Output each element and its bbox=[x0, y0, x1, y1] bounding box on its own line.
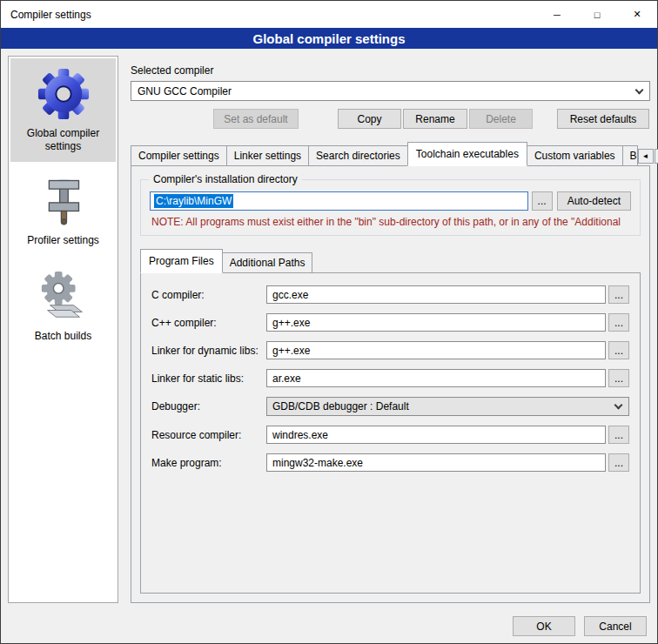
dialog-header: Global compiler settings bbox=[1, 28, 657, 49]
titlebar: Compiler settings ─ □ ✕ bbox=[1, 1, 657, 28]
installation-directory-groupbox: Compiler's installation directory C:\ray… bbox=[140, 179, 641, 236]
debugger-label: Debugger: bbox=[151, 400, 266, 413]
rename-button[interactable]: Rename bbox=[403, 109, 467, 129]
sidebar-item-batch-builds[interactable]: Batch builds bbox=[10, 261, 116, 352]
sidebar-item-label: Global compiler settings bbox=[14, 127, 112, 153]
batch-gear-stack-icon bbox=[37, 270, 91, 324]
copy-button[interactable]: Copy bbox=[338, 109, 401, 129]
maximize-button[interactable]: □ bbox=[577, 1, 617, 28]
resource-compiler-label: Resource compiler: bbox=[151, 429, 266, 441]
compiler-settings-window: Compiler settings ─ □ ✕ Global compiler … bbox=[0, 0, 658, 644]
window-title: Compiler settings bbox=[1, 9, 91, 21]
browse-directory-button[interactable]: ... bbox=[532, 191, 553, 211]
tab-build-options[interactable]: Buil bbox=[622, 145, 638, 166]
browse-dynamic-linker-button[interactable]: ... bbox=[608, 341, 629, 359]
close-icon: ✕ bbox=[633, 9, 641, 20]
profiler-tool-icon bbox=[39, 176, 88, 228]
selected-compiler-value: GNU GCC Compiler bbox=[138, 85, 232, 97]
selected-compiler-label: Selected compiler bbox=[131, 64, 650, 77]
cpp-compiler-input[interactable]: g++.exe bbox=[266, 313, 606, 332]
category-sidebar: Global compiler settings Profiler settin… bbox=[8, 56, 118, 603]
browse-c-compiler-button[interactable]: ... bbox=[608, 285, 629, 304]
cancel-button[interactable]: Cancel bbox=[584, 616, 647, 636]
auto-detect-button[interactable]: Auto-detect bbox=[557, 191, 631, 211]
tab-search-directories[interactable]: Search directories bbox=[308, 145, 408, 166]
c-compiler-input[interactable]: gcc.exe bbox=[266, 285, 606, 304]
debugger-value: GDB/CDB debugger : Default bbox=[272, 400, 409, 413]
installation-directory-input[interactable]: C:\raylib\MinGW bbox=[150, 191, 528, 211]
tab-compiler-settings[interactable]: Compiler settings bbox=[131, 145, 227, 166]
dynamic-linker-input[interactable]: g++.exe bbox=[266, 341, 606, 359]
minimize-button[interactable]: ─ bbox=[537, 1, 577, 28]
field-row: C++ compiler: g++.exe ... bbox=[151, 313, 629, 332]
dynamic-linker-label: Linker for dynamic libs: bbox=[151, 345, 266, 357]
sidebar-item-global-compiler-settings[interactable]: Global compiler settings bbox=[10, 58, 116, 162]
program-files-panel: C compiler: gcc.exe ... C++ compiler: g+… bbox=[140, 272, 641, 594]
tab-scroll-arrows: ◄ ► bbox=[637, 149, 658, 166]
field-row: C compiler: gcc.exe ... bbox=[151, 285, 629, 304]
tab-scroll-right-icon[interactable]: ► bbox=[655, 149, 658, 164]
debugger-select[interactable]: GDB/CDB debugger : Default bbox=[266, 397, 629, 416]
delete-button[interactable]: Delete bbox=[469, 109, 533, 129]
installation-directory-row: C:\raylib\MinGW ... Auto-detect bbox=[150, 191, 631, 211]
chevron-down-icon bbox=[628, 82, 649, 100]
selected-path-text: C:\raylib\MinGW bbox=[154, 194, 233, 208]
field-row: Linker for static libs: ar.exe ... bbox=[151, 369, 629, 387]
toolchain-executables-panel: Compiler's installation directory C:\ray… bbox=[131, 165, 650, 603]
sidebar-item-profiler-settings[interactable]: Profiler settings bbox=[10, 167, 116, 256]
close-button[interactable]: ✕ bbox=[617, 1, 657, 28]
tab-scroll-left-icon[interactable]: ◄ bbox=[638, 149, 654, 164]
reset-defaults-button[interactable]: Reset defaults bbox=[557, 109, 649, 129]
programs-tabstrip: Program Files Additional Paths bbox=[140, 249, 649, 273]
browse-resource-compiler-button[interactable]: ... bbox=[608, 426, 629, 444]
ok-button[interactable]: OK bbox=[513, 616, 575, 636]
sidebar-item-label: Profiler settings bbox=[27, 234, 99, 247]
maximize-icon: □ bbox=[594, 10, 601, 20]
browse-static-linker-button[interactable]: ... bbox=[608, 369, 629, 387]
field-row: Make program: mingw32-make.exe ... bbox=[151, 453, 629, 472]
static-linker-label: Linker for static libs: bbox=[151, 372, 266, 385]
tab-linker-settings[interactable]: Linker settings bbox=[226, 145, 309, 166]
field-row: Debugger: GDB/CDB debugger : Default bbox=[151, 397, 629, 416]
field-row: Resource compiler: windres.exe ... bbox=[151, 426, 629, 444]
static-linker-input[interactable]: ar.exe bbox=[266, 369, 606, 387]
make-program-input[interactable]: mingw32-make.exe bbox=[266, 453, 606, 472]
compiler-action-buttons: Set as default Copy Rename Delete Reset … bbox=[131, 109, 650, 129]
set-as-default-button[interactable]: Set as default bbox=[213, 109, 299, 129]
resource-compiler-input[interactable]: windres.exe bbox=[266, 426, 606, 444]
blue-gear-icon bbox=[37, 67, 91, 121]
c-compiler-label: C compiler: bbox=[151, 289, 266, 301]
field-row: Linker for dynamic libs: g++.exe ... bbox=[151, 341, 629, 359]
browse-make-program-button[interactable]: ... bbox=[608, 453, 629, 472]
note-text: NOTE: All programs must exist either in … bbox=[151, 216, 631, 228]
cpp-compiler-label: C++ compiler: bbox=[151, 317, 266, 329]
tab-custom-variables[interactable]: Custom variables bbox=[527, 145, 623, 166]
dialog-footer: OK Cancel bbox=[1, 610, 657, 643]
tab-additional-paths[interactable]: Additional Paths bbox=[222, 252, 313, 273]
make-program-label: Make program: bbox=[151, 457, 266, 469]
chevron-down-icon bbox=[608, 398, 628, 415]
tab-toolchain-executables[interactable]: Toolchain executables bbox=[407, 142, 527, 166]
selected-compiler-combobox[interactable]: GNU GCC Compiler bbox=[131, 81, 650, 101]
browse-cpp-compiler-button[interactable]: ... bbox=[608, 313, 629, 332]
sidebar-item-label: Batch builds bbox=[35, 330, 91, 343]
window-controls: ─ □ ✕ bbox=[537, 1, 657, 28]
main-panel: Selected compiler GNU GCC Compiler Set a… bbox=[118, 56, 650, 603]
minimize-icon: ─ bbox=[554, 10, 561, 20]
dialog-body: Global compiler settings Profiler settin… bbox=[1, 49, 657, 610]
settings-tabstrip: Compiler settings Linker settings Search… bbox=[131, 142, 650, 166]
groupbox-title: Compiler's installation directory bbox=[149, 173, 302, 185]
tab-program-files[interactable]: Program Files bbox=[140, 249, 223, 273]
